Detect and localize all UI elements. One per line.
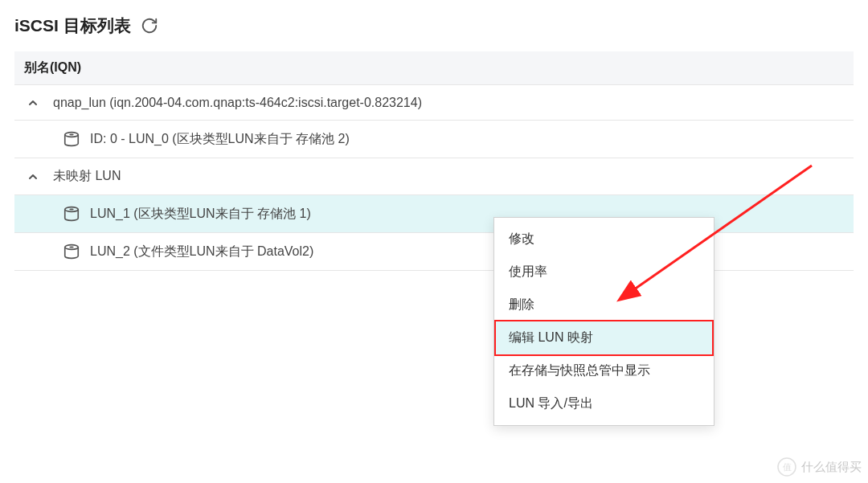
disk-icon — [63, 130, 80, 148]
svg-point-5 — [69, 246, 74, 248]
menu-item-usage[interactable]: 使用率 — [494, 256, 714, 289]
target-row[interactable]: qnap_lun (iqn.2004-04.com.qnap:ts-464c2:… — [14, 85, 854, 121]
target-label: 未映射 LUN — [53, 168, 121, 185]
disk-icon — [63, 243, 80, 260]
lun-label: LUN_2 (文件类型LUN来自于 DataVol2) — [90, 244, 313, 260]
target-row[interactable]: 未映射 LUN — [14, 158, 854, 195]
svg-point-3 — [69, 208, 74, 210]
page-title: iSCSI 目标列表 — [14, 14, 131, 37]
lun-row[interactable]: LUN_1 (区块类型LUN来自于 存储池 1) — [14, 195, 854, 233]
target-label: qnap_lun (iqn.2004-04.com.qnap:ts-464c2:… — [53, 96, 422, 110]
page-title-bar: iSCSI 目标列表 — [14, 14, 854, 37]
menu-item-edit-lun-mapping[interactable]: 编辑 LUN 映射 — [494, 320, 714, 356]
lun-label: ID: 0 - LUN_0 (区块类型LUN来自于 存储池 2) — [90, 131, 350, 148]
chevron-up-icon[interactable] — [24, 96, 42, 109]
lun-row[interactable]: LUN_2 (文件类型LUN来自于 DataVol2) — [14, 233, 854, 271]
menu-item-modify[interactable]: 修改 — [494, 223, 714, 256]
lun-row[interactable]: ID: 0 - LUN_0 (区块类型LUN来自于 存储池 2) — [14, 121, 854, 158]
lun-label: LUN_1 (区块类型LUN来自于 存储池 1) — [90, 206, 311, 223]
menu-item-show-in-storage[interactable]: 在存储与快照总管中显示 — [494, 354, 714, 387]
disk-icon — [63, 205, 80, 223]
refresh-icon[interactable] — [141, 17, 158, 35]
context-menu: 修改 使用率 删除 编辑 LUN 映射 在存储与快照总管中显示 LUN 导入/导… — [493, 217, 714, 426]
column-header-alias: 别名(IQN) — [14, 51, 854, 85]
menu-item-delete[interactable]: 删除 — [494, 289, 714, 321]
watermark: 值 什么值得买 — [777, 457, 862, 477]
svg-text:值: 值 — [783, 462, 792, 472]
svg-point-1 — [69, 133, 74, 135]
menu-item-lun-import-export[interactable]: LUN 导入/导出 — [494, 387, 714, 420]
chevron-up-icon[interactable] — [24, 170, 42, 183]
watermark-text: 什么值得买 — [801, 460, 862, 475]
